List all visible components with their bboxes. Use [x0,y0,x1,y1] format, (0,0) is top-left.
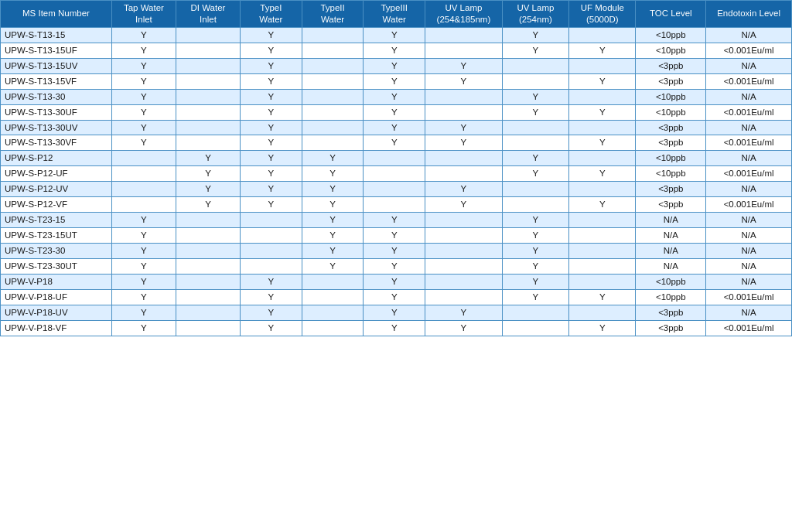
cell-uv1: Y [425,135,503,151]
cell-uv1 [425,151,503,166]
cell-tap [111,197,176,213]
cell-uv2: Y [502,274,568,289]
cell-uv1 [425,258,503,274]
cell-toc: <3ppb [636,58,706,73]
cell-uf: Y [569,320,636,336]
cell-di [176,43,240,58]
table-row: UPW-V-P18YYYY<10ppbN/A [1,274,792,289]
cell-uv1 [425,289,503,305]
cell-uf [569,27,636,43]
cell-t1 [240,258,302,274]
table-row: UPW-S-P12-UFYYYYY<10ppb<0.001Eu/ml [1,166,792,182]
cell-endo: N/A [706,151,792,166]
cell-t3: Y [364,228,425,244]
cell-ms: UPW-S-T13-30 [1,89,112,104]
cell-ms: UPW-S-T13-15UV [1,58,112,73]
cell-uv2 [502,58,568,73]
cell-uv2 [502,320,568,336]
cell-t2 [302,305,364,320]
header-ms: MS Item Number [1,1,112,28]
table-row: UPW-S-P12-UVYYYY<3ppbN/A [1,182,792,197]
cell-toc: <10ppb [636,166,706,182]
cell-di [176,274,240,289]
cell-ms: UPW-V-P18-UF [1,289,112,305]
cell-toc: N/A [636,213,706,228]
cell-uv2: Y [502,166,568,182]
cell-uf [569,89,636,104]
table-row: UPW-V-P18-UFYYYYY<10ppb<0.001Eu/ml [1,289,792,305]
table-row: UPW-S-T13-30VFYYYYY<3ppb<0.001Eu/ml [1,135,792,151]
table-row: UPW-S-T13-15VFYYYYY<3ppb<0.001Eu/ml [1,73,792,89]
cell-t2 [302,27,364,43]
cell-t1: Y [240,182,302,197]
cell-di [176,305,240,320]
cell-t2 [302,89,364,104]
cell-endo: N/A [706,89,792,104]
cell-toc: N/A [636,258,706,274]
cell-t1: Y [240,320,302,336]
cell-uf [569,58,636,73]
cell-uf: Y [569,289,636,305]
cell-uv1: Y [425,120,503,135]
cell-endo: <0.001Eu/ml [706,197,792,213]
cell-uv2: Y [502,289,568,305]
header-t1: TypeIWater [240,1,302,28]
cell-endo: <0.001Eu/ml [706,289,792,305]
cell-di: Y [176,166,240,182]
cell-t1: Y [240,120,302,135]
cell-toc: N/A [636,244,706,259]
cell-uv2: Y [502,258,568,274]
table-row: UPW-S-T23-30YYYYN/AN/A [1,244,792,259]
cell-di [176,320,240,336]
header-t2: TypeIIWater [302,1,364,28]
cell-endo: N/A [706,305,792,320]
table-row: UPW-V-P18-VFYYYYY<3ppb<0.001Eu/ml [1,320,792,336]
cell-di [176,58,240,73]
cell-uv2 [502,120,568,135]
cell-ms: UPW-S-T23-30UT [1,258,112,274]
cell-uv1 [425,27,503,43]
cell-t2: Y [302,151,364,166]
cell-tap: Y [111,43,176,58]
cell-toc: <3ppb [636,135,706,151]
cell-t3 [364,197,425,213]
cell-tap: Y [111,320,176,336]
cell-di [176,258,240,274]
cell-t2 [302,120,364,135]
cell-uv1 [425,274,503,289]
cell-uf [569,244,636,259]
cell-t2: Y [302,213,364,228]
cell-uv1: Y [425,305,503,320]
cell-uv2: Y [502,151,568,166]
cell-endo: N/A [706,120,792,135]
cell-tap: Y [111,274,176,289]
cell-toc: N/A [636,228,706,244]
cell-uv1: Y [425,320,503,336]
cell-ms: UPW-V-P18 [1,274,112,289]
cell-uv2: Y [502,228,568,244]
cell-t3 [364,151,425,166]
cell-t3: Y [364,104,425,120]
cell-toc: <10ppb [636,104,706,120]
cell-tap: Y [111,104,176,120]
header-uv1: UV Lamp (254&185nm) [425,1,503,28]
cell-ms: UPW-S-T13-15VF [1,73,112,89]
cell-ms: UPW-S-T23-15 [1,213,112,228]
cell-uv2 [502,197,568,213]
cell-t3: Y [364,120,425,135]
cell-t1: Y [240,151,302,166]
cell-endo: N/A [706,228,792,244]
cell-ms: UPW-S-T23-30 [1,244,112,259]
cell-t1: Y [240,27,302,43]
cell-toc: <3ppb [636,182,706,197]
cell-t3: Y [364,274,425,289]
cell-t2: Y [302,166,364,182]
cell-toc: <10ppb [636,89,706,104]
cell-t2 [302,43,364,58]
cell-tap: Y [111,213,176,228]
cell-t3: Y [364,58,425,73]
cell-uf: Y [569,197,636,213]
cell-t3: Y [364,43,425,58]
cell-toc: <10ppb [636,43,706,58]
cell-t2 [302,320,364,336]
